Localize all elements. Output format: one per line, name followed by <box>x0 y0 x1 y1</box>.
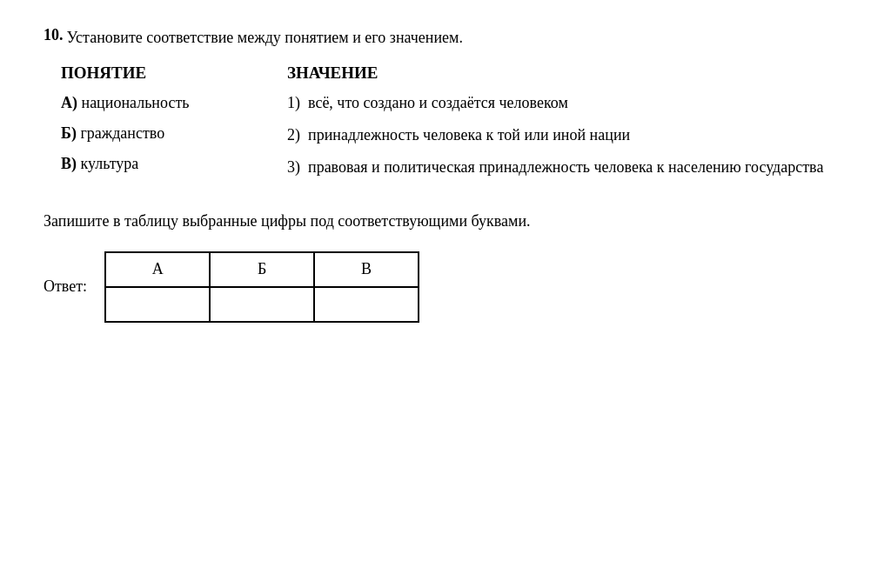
concept-label-a: А) <box>61 94 77 111</box>
meaning-text-2: принадлежность человека к той или иной н… <box>308 124 847 147</box>
meaning-item-1: 1) всё, что создано и создаётся человеко… <box>287 91 847 115</box>
meaning-item-2: 2) принадлежность человека к той или ино… <box>287 124 847 147</box>
instruction-text: Запишите в таблицу выбранные цифры под с… <box>44 209 847 234</box>
concept-item-b: Б) гражданство <box>61 122 252 145</box>
concept-item-v: В) культура <box>61 152 252 176</box>
answer-cell-b[interactable] <box>210 287 314 322</box>
question-number: 10. <box>44 26 64 44</box>
answer-col-header-b: Б <box>210 252 314 287</box>
meaning-number-1: 1) <box>287 91 305 115</box>
answer-label: Ответ: <box>44 277 87 296</box>
concept-label-b: Б) <box>61 124 77 142</box>
answer-section: Ответ: А Б В <box>44 251 847 323</box>
meanings-header: ЗНАЧЕНИЕ <box>287 63 847 83</box>
meaning-text-3: правовая и политическая принадлежность ч… <box>308 156 847 179</box>
answer-col-header-a: А <box>105 252 210 287</box>
meaning-number-2: 2) <box>287 124 305 147</box>
concept-text-v: культура <box>81 155 139 172</box>
question-text: Установите соответствие между понятием и… <box>67 26 463 50</box>
concepts-column: ПОНЯТИЕ А) национальность Б) гражданство… <box>61 63 252 188</box>
meaning-number-3: 3) <box>287 156 305 179</box>
answer-cell-a[interactable] <box>105 287 210 322</box>
answer-cell-v[interactable] <box>314 287 419 322</box>
question-block: 10. Установите соответствие между поняти… <box>44 26 847 323</box>
meaning-text-1: всё, что создано и создаётся человеком <box>308 91 847 115</box>
concepts-header: ПОНЯТИЕ <box>61 63 252 83</box>
concept-label-v: В) <box>61 155 77 172</box>
matching-section: ПОНЯТИЕ А) национальность Б) гражданство… <box>61 63 847 188</box>
concept-item-a: А) национальность <box>61 91 252 115</box>
question-header: 10. Установите соответствие между поняти… <box>44 26 847 50</box>
meanings-column: ЗНАЧЕНИЕ 1) всё, что создано и создаётся… <box>287 63 847 188</box>
answer-table: А Б В <box>104 251 419 323</box>
concept-text-a: национальность <box>82 94 190 111</box>
concept-text-b: гражданство <box>80 124 164 142</box>
answer-col-header-v: В <box>314 252 419 287</box>
meaning-item-3: 3) правовая и политическая принадлежност… <box>287 156 847 179</box>
